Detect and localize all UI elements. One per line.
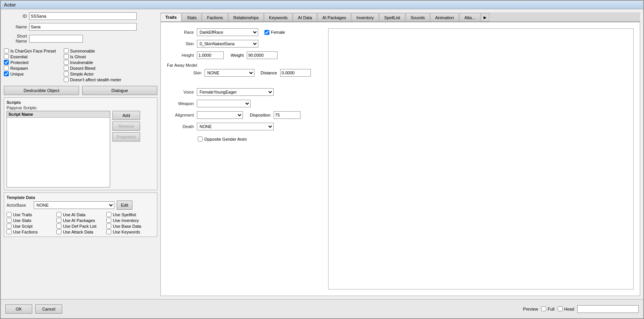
far-skin-select[interactable]: NONE [205,69,254,77]
preview-input[interactable] [577,305,639,313]
opposite-gender-check[interactable]: Opposite Gender Anim [198,136,313,141]
ok-button[interactable]: OK [5,304,32,314]
use-attackdata-check[interactable]: Use Attack Data [56,229,105,234]
destructible-button[interactable]: Destructible Object [4,86,79,95]
use-script-check[interactable]: Use Script [7,224,55,229]
checkbox-essential[interactable]: Essential [4,54,56,59]
height-weight-row: Height Weight [167,51,313,59]
dialogue-button[interactable]: Dialogue [82,86,157,95]
skin-select[interactable]: 0_SkinNakedSana [197,40,258,48]
use-aidata-check[interactable]: Use AI Data [56,212,105,217]
name-row: Name [4,23,157,31]
checkbox-simple[interactable]: Simple Actor [64,71,121,76]
scripts-label: Scripts [7,100,155,105]
distance-label: Distance [261,71,277,75]
tab-scroll-button[interactable]: ▶ [481,13,489,21]
use-keywords-check[interactable]: Use Keywords [106,229,155,234]
summonable-label: Summonable [70,49,95,53]
script-list-header: Script Name [7,111,110,118]
properties-script-button[interactable]: Properties [112,132,140,141]
weight-label: Weight [231,53,244,58]
tab-atta[interactable]: Atta... [459,13,481,21]
use-basedata-check[interactable]: Use Base Data [106,224,155,229]
height-label: Height [167,53,194,58]
traits-form: Race DarkElfRace Female Skin [167,28,313,289]
use-aidata-label: Use AI Data [63,212,86,217]
tab-aipackages[interactable]: AI Packages [317,13,351,21]
title-bar: Actor [1,1,643,9]
far-away-label: Far Away Model [167,63,313,67]
use-aipackages-check[interactable]: Use AI Packages [56,218,105,223]
weight-input[interactable] [247,51,277,59]
tab-traits[interactable]: Traits [160,13,182,21]
short-name-row: ShortName [4,34,157,44]
use-factions-check[interactable]: Use Factions [7,229,55,234]
tab-bar: Traits Stats Factions Relationships Keyw… [160,12,640,22]
preview-label: Preview [523,307,538,311]
alignment-row: Alignment Disposition [167,111,313,119]
edit-button[interactable]: Edit [117,201,132,210]
actorbase-select[interactable]: NONE [34,201,114,209]
checkbox-ghost[interactable]: Is Ghost [64,54,121,59]
female-check[interactable]: Female [264,30,285,35]
use-aipackages-label: Use AI Packages [63,218,95,223]
tab-factions[interactable]: Factions [202,13,228,21]
checkbox-no-bleed[interactable]: Doesnt Bleed [64,66,121,71]
race-select[interactable]: DarkElfRace [197,28,258,36]
use-traits-check[interactable]: Use Traits [7,212,55,217]
checkbox-stealth[interactable]: Doesn't affect stealth meter [64,77,121,82]
remove-script-button[interactable]: Remove [112,122,140,131]
use-inventory-check[interactable]: Use Inventory [106,218,155,223]
head-preview-check[interactable]: Head [558,306,574,311]
tab-sounds[interactable]: Sounds [406,13,430,21]
use-stats-check[interactable]: Use Stats [7,218,55,223]
add-script-button[interactable]: Add [112,111,140,120]
disposition-input[interactable] [274,111,301,119]
checkbox-invulnerable[interactable]: Invulnerable [64,60,121,65]
tab-aidata[interactable]: AI Data [293,13,317,21]
short-name-input[interactable] [29,35,83,43]
checkbox-summonable[interactable]: Summonable [64,48,121,53]
checkbox-unique[interactable]: Unique [4,71,56,76]
full-preview-check[interactable]: Full [541,306,555,311]
weapon-select[interactable] [197,100,251,107]
head-label: Head [564,307,574,311]
tab-inventory[interactable]: Inventory [352,13,379,21]
height-input[interactable] [197,51,224,59]
tab-animation[interactable]: Animation [430,13,459,21]
use-spelllist-check[interactable]: Use Spelllist [106,212,155,217]
far-away-row: Skin NONE Distance [175,69,313,77]
voice-select[interactable]: FemaleYoungEager [197,88,274,96]
script-list[interactable]: Script Name [7,111,110,187]
preview-section: Preview Full Head [523,305,639,313]
name-input[interactable] [29,23,137,31]
id-input[interactable] [29,12,137,20]
voice-row: Voice FemaleYoungEager [167,88,313,96]
checkbox-respawn[interactable]: Respawn [4,66,56,71]
checkbox-protected[interactable]: Protected [4,60,56,65]
tab-keywords[interactable]: Keywords [264,13,292,21]
id-label: ID [4,14,27,18]
cancel-button[interactable]: Cancel [35,304,62,314]
tab-spelllist[interactable]: SpellList [379,13,405,21]
weapon-label: Weapon [167,101,194,106]
far-skin-label: Skin [175,71,201,75]
actor-window: Actor ID Name ShortName [0,0,644,319]
checkbox-chargen[interactable]: Is CharGen Face Preset [4,48,56,53]
checkbox-group-left: Is CharGen Face Preset Essential Protect… [4,48,56,82]
death-label: Death [167,124,194,129]
tab-relationships[interactable]: Relationships [228,13,264,21]
use-factions-label: Use Factions [13,230,38,234]
use-keywords-label: Use Keywords [113,230,140,234]
alignment-select[interactable] [197,111,243,119]
preview-pane [328,28,634,289]
use-defpacklist-check[interactable]: Use Def Pack List [56,224,105,229]
tab-stats[interactable]: Stats [182,13,201,21]
death-select[interactable]: NONE [197,123,274,130]
short-name-label: ShortName [4,34,27,44]
protected-label: Protected [10,60,28,65]
distance-input[interactable] [280,69,311,77]
left-panel: ID Name ShortName [4,12,157,296]
unique-label: Unique [10,72,24,76]
stealth-label: Doesn't affect stealth meter [70,77,121,82]
